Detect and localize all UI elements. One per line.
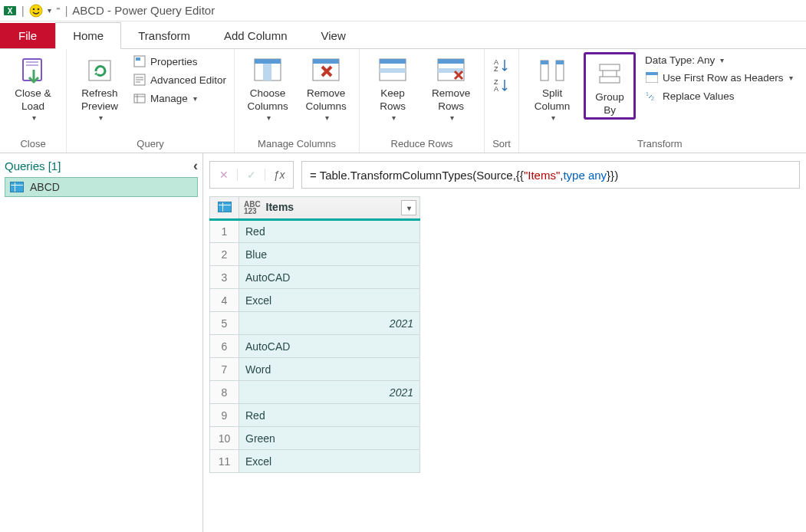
smiley-icon[interactable] xyxy=(29,4,43,18)
cell-value[interactable]: Blue xyxy=(239,243,420,266)
group-sort-label: Sort xyxy=(491,138,512,151)
row-number[interactable]: 4 xyxy=(210,289,239,312)
editor-pane: ✕ ✓ ƒx = Table.TransformColumnTypes(Sour… xyxy=(203,153,806,532)
group-by-icon xyxy=(594,59,625,90)
tab-add-column[interactable]: Add Column xyxy=(207,23,304,48)
column-header-label: Items xyxy=(266,201,294,213)
properties-label: Properties xyxy=(150,56,198,67)
keep-rows-button[interactable]: Keep Rows xyxy=(366,52,419,123)
row-number[interactable]: 9 xyxy=(210,404,239,427)
tab-transform[interactable]: Transform xyxy=(121,23,207,48)
svg-text:Z: Z xyxy=(494,65,498,73)
row-number[interactable]: 5 xyxy=(210,312,239,335)
sort-desc-icon: ZA xyxy=(492,77,511,93)
svg-rect-30 xyxy=(600,64,620,71)
group-reduce-rows-label: Reduce Rows xyxy=(366,138,478,151)
row-selector-header[interactable] xyxy=(210,197,239,220)
svg-rect-10 xyxy=(134,94,145,103)
main-area: Queries [1] ‹ ABCD ✕ ✓ ƒx = Table.Transf… xyxy=(0,153,806,532)
svg-point-3 xyxy=(32,8,35,10)
row-number[interactable]: 7 xyxy=(210,358,239,381)
window-title: ABCD - Power Query Editor xyxy=(72,4,215,17)
svg-rect-6 xyxy=(89,61,110,80)
svg-rect-33 xyxy=(646,72,658,75)
formula-text-2: "Items" xyxy=(524,169,560,182)
cell-value[interactable]: 2021 xyxy=(239,381,420,404)
cell-value[interactable]: 2021 xyxy=(239,312,420,335)
svg-text:1: 1 xyxy=(646,91,649,97)
ribbon-tabs: File Home Transform Add Column View xyxy=(0,21,806,49)
formula-tools: ✕ ✓ ƒx xyxy=(209,161,294,189)
cell-value[interactable]: AutoCAD xyxy=(239,266,420,289)
cell-value[interactable]: Red xyxy=(239,404,420,427)
cell-value[interactable]: Excel xyxy=(239,289,420,312)
formula-text-4: type any xyxy=(563,169,607,182)
properties-button[interactable]: Properties xyxy=(131,52,228,71)
keep-rows-icon xyxy=(377,55,408,86)
column-header-items[interactable]: ABC 123 Items ▾ xyxy=(239,197,420,220)
cell-value[interactable]: Excel xyxy=(239,450,420,473)
row-number[interactable]: 10 xyxy=(210,427,239,450)
group-close-label: Close xyxy=(6,138,60,151)
first-row-headers-button[interactable]: Use First Row as Headers xyxy=(643,68,794,87)
column-filter-icon[interactable]: ▾ xyxy=(401,200,416,215)
close-and-load-button[interactable]: Close & Load xyxy=(6,52,60,123)
sort-desc-button[interactable]: ZA xyxy=(491,75,512,95)
formula-cancel-icon[interactable]: ✕ xyxy=(210,169,238,181)
qat-separator: | xyxy=(21,5,25,17)
advanced-editor-button[interactable]: Advanced Editor xyxy=(131,71,228,89)
table-icon xyxy=(218,202,232,212)
svg-rect-12 xyxy=(255,59,281,64)
data-grid[interactable]: ABC 123 Items ▾ 1Red2Blue3AutoCAD4Excel5… xyxy=(209,196,420,473)
choose-columns-label: Choose Columns xyxy=(247,87,288,113)
tab-home[interactable]: Home xyxy=(55,22,121,49)
svg-rect-13 xyxy=(263,64,271,80)
row-number[interactable]: 11 xyxy=(210,450,239,473)
manage-label: Manage xyxy=(150,93,188,104)
row-number[interactable]: 3 xyxy=(210,266,239,289)
group-sort: AZ ZA Sort xyxy=(485,49,519,153)
query-item-abcd[interactable]: ABCD xyxy=(5,177,198,197)
data-type-button[interactable]: Data Type: Any xyxy=(643,52,794,68)
cell-value[interactable]: Word xyxy=(239,358,420,381)
formula-text-1: = Table.TransformColumnTypes(Source,{{ xyxy=(310,169,524,182)
group-manage-columns: Choose Columns Remove Columns Manage Col… xyxy=(235,49,360,153)
collapse-pane-icon[interactable]: ‹ xyxy=(193,158,198,174)
query-item-label: ABCD xyxy=(30,181,60,193)
sort-asc-button[interactable]: AZ xyxy=(491,55,512,75)
remove-rows-button[interactable]: Remove Rows xyxy=(424,52,478,123)
choose-columns-button[interactable]: Choose Columns xyxy=(241,52,294,123)
replace-values-button[interactable]: 12 Replace Values xyxy=(643,87,794,105)
tab-file[interactable]: File xyxy=(0,23,55,48)
svg-rect-17 xyxy=(380,59,406,64)
qat-overflow-icon[interactable]: ⁼ xyxy=(56,5,61,15)
type-badge: ABC 123 xyxy=(244,201,261,215)
remove-columns-button[interactable]: Remove Columns xyxy=(299,52,353,123)
group-by-button[interactable]: Group By xyxy=(587,56,632,117)
first-row-headers-icon xyxy=(645,71,659,84)
tab-view[interactable]: View xyxy=(304,23,363,48)
properties-icon xyxy=(133,54,146,68)
svg-rect-29 xyxy=(556,61,564,64)
formula-bar[interactable]: = Table.TransformColumnTypes(Source,{{ "… xyxy=(301,161,800,189)
svg-rect-18 xyxy=(380,68,406,73)
manage-button[interactable]: Manage xyxy=(131,89,228,107)
qat-dropdown-icon[interactable]: ▾ xyxy=(48,6,51,15)
formula-commit-icon[interactable]: ✓ xyxy=(238,169,265,181)
row-number[interactable]: 1 xyxy=(210,220,239,243)
cell-value[interactable]: Red xyxy=(239,220,420,243)
cell-value[interactable]: AutoCAD xyxy=(239,335,420,358)
group-by-label: Group By xyxy=(595,91,624,117)
svg-text:X: X xyxy=(8,7,13,15)
row-number[interactable]: 2 xyxy=(210,243,239,266)
queries-pane: Queries [1] ‹ ABCD xyxy=(0,153,203,532)
split-column-button[interactable]: Split Column xyxy=(525,52,579,123)
row-number[interactable]: 6 xyxy=(210,335,239,358)
refresh-preview-button[interactable]: Refresh Preview xyxy=(73,52,127,123)
sort-asc-icon: AZ xyxy=(492,57,511,73)
svg-rect-8 xyxy=(136,57,140,61)
cell-value[interactable]: Green xyxy=(239,427,420,450)
fx-icon[interactable]: ƒx xyxy=(265,169,293,181)
row-number[interactable]: 8 xyxy=(210,381,239,404)
advanced-editor-icon xyxy=(133,73,146,87)
